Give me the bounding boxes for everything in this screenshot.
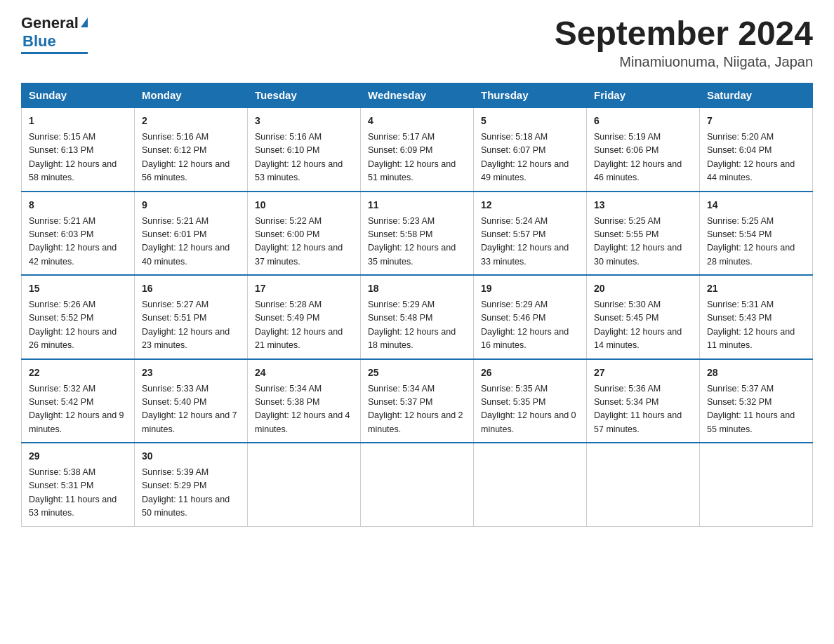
day-info: Sunrise: 5:17 AMSunset: 6:09 PMDaylight:… bbox=[368, 132, 456, 182]
calendar-cell: 2Sunrise: 5:16 AMSunset: 6:12 PMDaylight… bbox=[135, 107, 248, 192]
calendar-cell: 27Sunrise: 5:36 AMSunset: 5:34 PMDayligh… bbox=[587, 359, 700, 443]
day-info: Sunrise: 5:20 AMSunset: 6:04 PMDaylight:… bbox=[707, 132, 795, 182]
day-info: Sunrise: 5:25 AMSunset: 5:54 PMDaylight:… bbox=[707, 216, 795, 267]
logo-text: General bbox=[21, 14, 88, 32]
calendar-table: Sunday Monday Tuesday Wednesday Thursday… bbox=[21, 83, 813, 527]
col-wednesday: Wednesday bbox=[361, 83, 474, 108]
day-info: Sunrise: 5:25 AMSunset: 5:55 PMDaylight:… bbox=[594, 216, 682, 267]
week-row-2: 8Sunrise: 5:21 AMSunset: 6:03 PMDaylight… bbox=[22, 192, 813, 276]
col-thursday: Thursday bbox=[474, 83, 587, 108]
calendar-cell: 24Sunrise: 5:34 AMSunset: 5:38 PMDayligh… bbox=[248, 359, 361, 443]
calendar-cell bbox=[361, 443, 474, 526]
day-info: Sunrise: 5:22 AMSunset: 6:00 PMDaylight:… bbox=[255, 216, 343, 267]
day-info: Sunrise: 5:21 AMSunset: 6:01 PMDaylight:… bbox=[142, 216, 230, 267]
day-number: 16 bbox=[142, 281, 240, 296]
day-info: Sunrise: 5:16 AMSunset: 6:12 PMDaylight:… bbox=[142, 132, 230, 182]
day-number: 2 bbox=[142, 114, 240, 128]
calendar-cell bbox=[248, 443, 361, 526]
day-info: Sunrise: 5:24 AMSunset: 5:57 PMDaylight:… bbox=[481, 216, 569, 267]
day-number: 4 bbox=[368, 114, 466, 128]
calendar-cell: 26Sunrise: 5:35 AMSunset: 5:35 PMDayligh… bbox=[474, 359, 587, 443]
week-row-5: 29Sunrise: 5:38 AMSunset: 5:31 PMDayligh… bbox=[22, 443, 813, 526]
day-number: 27 bbox=[594, 365, 692, 380]
month-title: September 2024 bbox=[555, 14, 813, 53]
day-info: Sunrise: 5:39 AMSunset: 5:29 PMDaylight:… bbox=[142, 467, 230, 518]
calendar-cell: 23Sunrise: 5:33 AMSunset: 5:40 PMDayligh… bbox=[135, 359, 248, 443]
calendar-cell: 4Sunrise: 5:17 AMSunset: 6:09 PMDaylight… bbox=[361, 107, 474, 192]
logo: General Blue bbox=[21, 14, 88, 54]
calendar-cell: 10Sunrise: 5:22 AMSunset: 6:00 PMDayligh… bbox=[248, 192, 361, 276]
day-info: Sunrise: 5:29 AMSunset: 5:46 PMDaylight:… bbox=[481, 300, 569, 350]
logo-underline bbox=[21, 52, 88, 54]
logo-triangle-icon bbox=[81, 18, 88, 27]
calendar-cell: 13Sunrise: 5:25 AMSunset: 5:55 PMDayligh… bbox=[587, 192, 700, 276]
day-number: 5 bbox=[481, 114, 579, 128]
day-info: Sunrise: 5:19 AMSunset: 6:06 PMDaylight:… bbox=[594, 132, 682, 182]
calendar-cell: 8Sunrise: 5:21 AMSunset: 6:03 PMDaylight… bbox=[22, 192, 135, 276]
col-friday: Friday bbox=[587, 83, 700, 108]
calendar-cell bbox=[474, 443, 587, 526]
day-number: 1 bbox=[29, 114, 127, 128]
logo-blue: Blue bbox=[22, 32, 56, 51]
calendar-header-row: Sunday Monday Tuesday Wednesday Thursday… bbox=[22, 83, 813, 108]
day-info: Sunrise: 5:15 AMSunset: 6:13 PMDaylight:… bbox=[29, 132, 117, 182]
calendar-cell: 11Sunrise: 5:23 AMSunset: 5:58 PMDayligh… bbox=[361, 192, 474, 276]
calendar-cell bbox=[700, 443, 813, 526]
calendar-cell: 12Sunrise: 5:24 AMSunset: 5:57 PMDayligh… bbox=[474, 192, 587, 276]
calendar-cell: 30Sunrise: 5:39 AMSunset: 5:29 PMDayligh… bbox=[135, 443, 248, 526]
week-row-3: 15Sunrise: 5:26 AMSunset: 5:52 PMDayligh… bbox=[22, 275, 813, 359]
day-info: Sunrise: 5:16 AMSunset: 6:10 PMDaylight:… bbox=[255, 132, 343, 182]
calendar-cell: 21Sunrise: 5:31 AMSunset: 5:43 PMDayligh… bbox=[700, 275, 813, 359]
day-number: 11 bbox=[368, 198, 466, 213]
day-number: 9 bbox=[142, 198, 240, 213]
calendar-cell: 14Sunrise: 5:25 AMSunset: 5:54 PMDayligh… bbox=[700, 192, 813, 276]
day-info: Sunrise: 5:33 AMSunset: 5:40 PMDaylight:… bbox=[142, 384, 237, 434]
week-row-4: 22Sunrise: 5:32 AMSunset: 5:42 PMDayligh… bbox=[22, 359, 813, 443]
day-info: Sunrise: 5:38 AMSunset: 5:31 PMDaylight:… bbox=[29, 467, 117, 518]
calendar-cell: 3Sunrise: 5:16 AMSunset: 6:10 PMDaylight… bbox=[248, 107, 361, 192]
calendar-cell: 18Sunrise: 5:29 AMSunset: 5:48 PMDayligh… bbox=[361, 275, 474, 359]
day-number: 29 bbox=[29, 449, 127, 464]
day-number: 12 bbox=[481, 198, 579, 213]
day-number: 13 bbox=[594, 198, 692, 213]
calendar-cell: 20Sunrise: 5:30 AMSunset: 5:45 PMDayligh… bbox=[587, 275, 700, 359]
day-info: Sunrise: 5:31 AMSunset: 5:43 PMDaylight:… bbox=[707, 300, 795, 350]
col-tuesday: Tuesday bbox=[248, 83, 361, 108]
calendar-cell: 17Sunrise: 5:28 AMSunset: 5:49 PMDayligh… bbox=[248, 275, 361, 359]
calendar-cell: 25Sunrise: 5:34 AMSunset: 5:37 PMDayligh… bbox=[361, 359, 474, 443]
day-info: Sunrise: 5:34 AMSunset: 5:37 PMDaylight:… bbox=[368, 384, 463, 434]
calendar-cell bbox=[587, 443, 700, 526]
col-monday: Monday bbox=[135, 83, 248, 108]
calendar-cell: 16Sunrise: 5:27 AMSunset: 5:51 PMDayligh… bbox=[135, 275, 248, 359]
day-info: Sunrise: 5:34 AMSunset: 5:38 PMDaylight:… bbox=[255, 384, 350, 434]
day-info: Sunrise: 5:28 AMSunset: 5:49 PMDaylight:… bbox=[255, 300, 343, 350]
calendar-cell: 28Sunrise: 5:37 AMSunset: 5:32 PMDayligh… bbox=[700, 359, 813, 443]
day-info: Sunrise: 5:36 AMSunset: 5:34 PMDaylight:… bbox=[594, 384, 682, 434]
day-number: 6 bbox=[594, 114, 692, 128]
calendar-cell: 15Sunrise: 5:26 AMSunset: 5:52 PMDayligh… bbox=[22, 275, 135, 359]
day-info: Sunrise: 5:35 AMSunset: 5:35 PMDaylight:… bbox=[481, 384, 576, 434]
day-info: Sunrise: 5:23 AMSunset: 5:58 PMDaylight:… bbox=[368, 216, 456, 267]
col-sunday: Sunday bbox=[22, 83, 135, 108]
day-number: 17 bbox=[255, 281, 353, 296]
calendar-cell: 9Sunrise: 5:21 AMSunset: 6:01 PMDaylight… bbox=[135, 192, 248, 276]
page-header: General Blue September 2024 Minamiuonuma… bbox=[21, 14, 813, 70]
day-number: 23 bbox=[142, 365, 240, 380]
col-saturday: Saturday bbox=[700, 83, 813, 108]
calendar-cell: 22Sunrise: 5:32 AMSunset: 5:42 PMDayligh… bbox=[22, 359, 135, 443]
day-number: 24 bbox=[255, 365, 353, 380]
day-info: Sunrise: 5:18 AMSunset: 6:07 PMDaylight:… bbox=[481, 132, 569, 182]
day-number: 26 bbox=[481, 365, 579, 380]
day-number: 8 bbox=[29, 198, 127, 213]
day-number: 21 bbox=[707, 281, 805, 296]
day-number: 15 bbox=[29, 281, 127, 296]
day-number: 3 bbox=[255, 114, 353, 128]
day-number: 25 bbox=[368, 365, 466, 380]
day-number: 19 bbox=[481, 281, 579, 296]
day-info: Sunrise: 5:29 AMSunset: 5:48 PMDaylight:… bbox=[368, 300, 456, 350]
day-number: 28 bbox=[707, 365, 805, 380]
calendar-cell: 19Sunrise: 5:29 AMSunset: 5:46 PMDayligh… bbox=[474, 275, 587, 359]
day-info: Sunrise: 5:30 AMSunset: 5:45 PMDaylight:… bbox=[594, 300, 682, 350]
week-row-1: 1Sunrise: 5:15 AMSunset: 6:13 PMDaylight… bbox=[22, 107, 813, 192]
day-number: 30 bbox=[142, 449, 240, 464]
